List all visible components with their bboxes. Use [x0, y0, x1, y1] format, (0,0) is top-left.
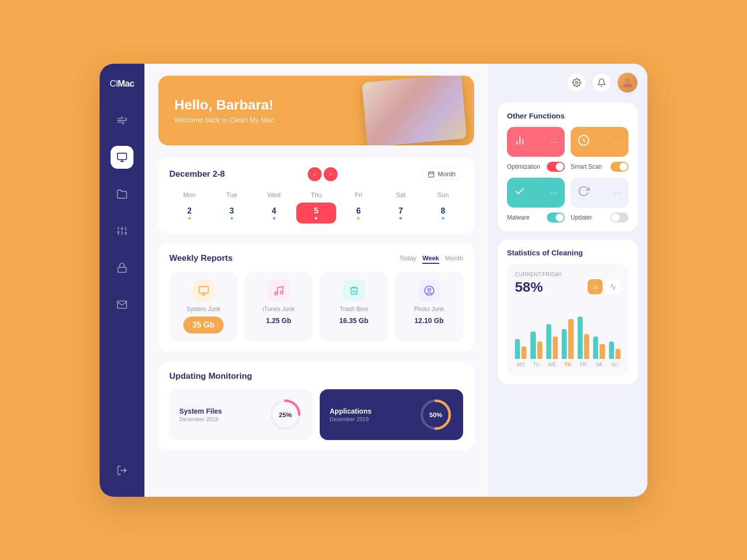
cal-day-4[interactable]: 4: [254, 203, 294, 224]
next-month-button[interactable]: ›: [324, 167, 338, 181]
cal-header-fri: Fri: [338, 189, 378, 201]
other-functions-title: Other Functions: [507, 112, 628, 120]
function-malware: ··· Malware: [507, 178, 565, 223]
cal-day-6[interactable]: 6: [338, 203, 378, 224]
cal-day-3[interactable]: 3: [212, 203, 252, 224]
updater-card[interactable]: ···: [571, 178, 628, 208]
photo-junk-icon: [418, 280, 440, 302]
logout-button[interactable]: [111, 459, 133, 482]
sidebar-item-wind[interactable]: [111, 109, 133, 132]
apps-progress-circle: 50%: [418, 397, 453, 432]
period-week[interactable]: Week: [422, 253, 439, 264]
cal-dot: [442, 217, 444, 220]
bar-group-th: [562, 319, 573, 359]
cal-dot: [188, 217, 191, 220]
optimization-card[interactable]: ···: [507, 127, 565, 157]
malware-toggle[interactable]: [547, 213, 565, 223]
smart-scan-label-row: Smart Scan: [571, 162, 628, 172]
smart-scan-toggle[interactable]: [611, 162, 628, 172]
period-today[interactable]: Today: [399, 253, 416, 264]
optimization-label: Optimization: [507, 163, 540, 170]
bar-sa-teal: [593, 336, 598, 359]
bar-label-tu: TU: [530, 362, 542, 367]
svg-rect-12: [118, 267, 126, 272]
bar-label-sa: SA: [593, 362, 605, 367]
calendar-date-range: December 2-8: [169, 169, 225, 179]
bar-group-sa: [593, 336, 605, 359]
bar-group-su: [609, 341, 621, 359]
calendar-nav: ‹ ›: [308, 167, 338, 181]
stats-line-view-button[interactable]: [606, 279, 621, 294]
prev-month-button[interactable]: ‹: [308, 167, 322, 181]
svg-point-19: [274, 292, 277, 295]
sidebar-nav: [111, 109, 133, 459]
itunes-junk-label: iTunes Junk: [262, 306, 294, 313]
bar-tu-teal: [530, 332, 535, 359]
cal-day-2[interactable]: 2: [169, 203, 210, 224]
svg-point-28: [625, 78, 629, 82]
bar-label-we: WE: [546, 362, 558, 367]
month-button-label: Month: [438, 170, 456, 178]
optimization-label-row: Optimization: [507, 162, 565, 172]
cal-header-sun: Sun: [423, 189, 463, 201]
bar-tu-orange: [537, 341, 542, 359]
updater-toggle[interactable]: [611, 213, 628, 223]
cal-day-5-active[interactable]: 5: [296, 203, 337, 224]
sidebar-item-sliders[interactable]: [111, 220, 133, 242]
user-avatar[interactable]: [618, 73, 637, 93]
svg-rect-14: [429, 172, 434, 177]
malware-icon: [514, 185, 526, 200]
monitor-cards: System Files December 2019 25%: [169, 389, 463, 440]
monitor-apps-info: Applications December 2019: [330, 407, 372, 422]
function-updater: ··· Updater: [571, 178, 628, 223]
malware-label: Malware: [507, 214, 529, 221]
monitor-system-date: December 2019: [179, 416, 222, 422]
svg-rect-0: [118, 153, 126, 159]
cal-header-sat: Sat: [380, 189, 421, 201]
optimization-toggle[interactable]: [547, 162, 565, 172]
logo-prefix: Cl: [110, 79, 118, 89]
stats-label: CURRENT/FRIDAY: [515, 272, 621, 277]
right-panel: Other Functions ··· Optimization: [488, 64, 647, 497]
statistics-title: Statistics of Cleaning: [507, 248, 628, 257]
period-month[interactable]: Month: [445, 253, 463, 264]
logo-bold: Mac: [118, 79, 134, 89]
bar-group-tu: [530, 332, 542, 359]
calendar-section: December 2-8 ‹ › Month Mon Tue We: [158, 157, 474, 233]
monitor-system-name: System Files: [179, 407, 222, 415]
bar-group-we: [546, 324, 558, 359]
month-view-button[interactable]: Month: [420, 168, 463, 180]
bar-label-mo: MO: [515, 362, 526, 367]
bar-group-mo: [515, 339, 526, 359]
bar-th-orange: [568, 319, 573, 359]
sidebar-item-folder[interactable]: [111, 183, 133, 206]
bar-chart: [515, 309, 621, 359]
svg-rect-18: [199, 286, 208, 293]
bar-fr-teal: [578, 317, 583, 359]
laptop-illustration: [362, 76, 467, 145]
cal-header-mon: Mon: [169, 189, 210, 201]
bar-mo-teal: [515, 339, 520, 359]
stats-bar-view-button[interactable]: [588, 279, 603, 294]
report-system-junk: System Junk 35 Gb: [169, 272, 238, 341]
function-grid: ··· Optimization: [507, 127, 628, 223]
svg-point-22: [428, 288, 431, 291]
weekly-reports-header: Weekly Reports Today Week Month: [169, 253, 463, 264]
malware-card[interactable]: ···: [507, 178, 565, 208]
system-junk-value: 35 Gb: [183, 317, 223, 334]
updating-monitoring-section: Updating Monitoring System Files Decembe…: [158, 361, 474, 450]
bar-labels: MO TU WE TH FR SA SU: [515, 362, 621, 367]
sidebar-item-mail[interactable]: [111, 293, 133, 316]
function-optimization: ··· Optimization: [507, 127, 565, 172]
cal-day-7[interactable]: 7: [380, 203, 421, 224]
sidebar-item-monitor[interactable]: [111, 146, 133, 169]
calendar-grid: Mon Tue Wed Thu Fri Sat Sun 2 3: [169, 189, 463, 224]
notification-icon[interactable]: [593, 74, 611, 92]
monitor-applications: Applications December 2019 50%: [320, 389, 463, 440]
settings-icon[interactable]: [568, 74, 586, 92]
report-photo-junk: Photo Junk 12.10 Gb: [395, 272, 463, 341]
smart-scan-card[interactable]: ···: [571, 127, 628, 157]
trash-bins-value: 16.35 Gb: [339, 317, 368, 325]
cal-day-8[interactable]: 8: [423, 203, 463, 224]
sidebar-item-lock[interactable]: [111, 256, 133, 279]
